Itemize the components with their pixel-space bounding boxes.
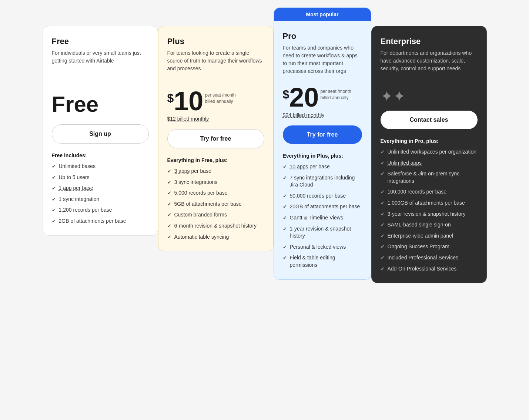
list-item: ✔50,000 records per base: [283, 192, 362, 200]
list-item: ✔3 sync integrations: [167, 179, 264, 186]
feature-list-enterprise: ✔Unlimited workspaces per organization ✔…: [381, 148, 478, 272]
check-icon: ✔: [283, 226, 287, 232]
list-item: ✔Unlimited apps: [381, 159, 478, 167]
check-icon: ✔: [167, 223, 171, 229]
plan-description-plus: For teams looking to create a single sou…: [167, 49, 264, 79]
try-free-button-pro[interactable]: Try for free: [283, 125, 362, 144]
billed-monthly-plus: $12 billed monthly: [167, 116, 264, 122]
plan-name-pro: Pro: [283, 31, 362, 41]
price-info-plus: per seat /monthbilled annually: [203, 88, 235, 105]
check-icon: ✔: [381, 243, 385, 250]
check-icon: ✔: [283, 255, 287, 261]
list-item: ✔Automatic table syncing: [167, 233, 264, 241]
check-icon: ✔: [381, 266, 385, 272]
check-icon: ✔: [52, 196, 56, 203]
list-item: ✔7 sync integrations including Jira Clou…: [283, 174, 362, 189]
plan-card-enterprise: Enterprise For departments and organizat…: [371, 26, 487, 283]
list-item: ✔Ongoing Success Program: [381, 243, 478, 251]
list-item: ✔3 apps per base: [167, 168, 264, 175]
try-free-button-plus[interactable]: Try for free: [167, 129, 264, 148]
list-item: ✔Enterprise-wide admin panel: [381, 232, 478, 240]
check-icon: ✔: [167, 201, 171, 208]
most-popular-badge: Most popular: [274, 8, 371, 21]
list-item: ✔Salesforce & Jira on-prem sync integrat…: [381, 170, 478, 185]
list-item: ✔6-month revision & snapshot history: [167, 222, 264, 230]
list-item: ✔SAML-based single sign-on: [381, 221, 478, 229]
plan-description-free: For individuals or very small teams just…: [52, 49, 149, 79]
check-icon: ✔: [283, 164, 287, 170]
list-item: ✔5GB of attachments per base: [167, 201, 264, 208]
check-icon: ✔: [167, 179, 171, 186]
check-icon: ✔: [283, 193, 287, 199]
list-item: ✔Up to 5 users: [52, 174, 149, 181]
check-icon: ✔: [283, 175, 287, 181]
check-icon: ✔: [52, 185, 56, 192]
plan-name-free: Free: [52, 37, 149, 46]
list-item: ✔1 sync integration: [52, 196, 149, 203]
list-item: ✔Add-On Professional Services: [381, 265, 478, 273]
signup-button[interactable]: Sign up: [52, 124, 149, 144]
price-row-plus: $ 10 per seat /monthbilled annually: [167, 88, 264, 114]
list-item: ✔Unlimited workspaces per organization: [381, 148, 478, 156]
list-item: ✔1-year revision & snapshot history: [283, 225, 362, 240]
feature-list-pro: ✔10 apps per base ✔7 sync integrations i…: [283, 163, 362, 269]
check-icon: ✔: [167, 212, 171, 218]
check-icon: ✔: [381, 211, 385, 218]
check-icon: ✔: [283, 204, 287, 210]
pricing-container: Free For individuals or very small teams…: [43, 7, 487, 283]
dollar-sign-pro: $: [283, 88, 289, 101]
feature-list-plus: ✔3 apps per base ✔3 sync integrations ✔5…: [167, 168, 264, 241]
features-label-pro: Everything in Plus, plus:: [283, 153, 362, 159]
price-info-pro: per seat /monthbilled annually: [319, 84, 351, 101]
list-item: ✔Field & table editing permissions: [283, 254, 362, 269]
check-icon: ✔: [283, 215, 287, 221]
features-label-free: Free includes:: [52, 152, 149, 158]
list-item: ✔Included Professional Services: [381, 254, 478, 262]
features-label-plus: Everything in Free, plus:: [167, 157, 264, 163]
list-item: ✔1,200 records per base: [52, 206, 149, 214]
check-icon: ✔: [381, 222, 385, 228]
list-item: ✔20GB of attachments per base: [283, 203, 362, 211]
check-icon: ✔: [52, 207, 56, 214]
plan-card-plus: Plus For teams looking to create a singl…: [158, 26, 274, 251]
check-icon: ✔: [381, 200, 385, 206]
list-item: ✔10 apps per base: [283, 163, 362, 171]
price-num-pro: 20: [289, 84, 319, 111]
check-icon: ✔: [52, 218, 56, 225]
sparkle-icon: ✦✦: [381, 88, 478, 105]
plan-card-free: Free For individuals or very small teams…: [43, 26, 158, 236]
check-icon: ✔: [381, 160, 385, 167]
plan-description-pro: For teams and companies who need to crea…: [283, 44, 362, 75]
list-item: ✔2GB of attachments per base: [52, 218, 149, 225]
price-num-plus: 10: [174, 88, 203, 114]
billed-monthly-pro: $24 billed monthly: [283, 112, 362, 118]
list-item: ✔Custom branded forms: [167, 211, 264, 219]
list-item: ✔Unlimited bases: [52, 163, 149, 170]
plan-card-pro: Most popular Pro For teams and companies…: [274, 7, 371, 280]
list-item: ✔Gantt & Timeline Views: [283, 214, 362, 222]
check-icon: ✔: [52, 174, 56, 181]
plan-name-enterprise: Enterprise: [381, 37, 478, 46]
check-icon: ✔: [381, 171, 385, 177]
features-label-enterprise: Everything in Pro, plus:: [381, 138, 478, 144]
plan-price-free: Free: [52, 91, 149, 117]
list-item: ✔1 app per base: [52, 185, 149, 192]
check-icon: ✔: [381, 189, 385, 195]
check-icon: ✔: [167, 168, 171, 175]
check-icon: ✔: [381, 233, 385, 239]
feature-list-free: ✔Unlimited bases ✔Up to 5 users ✔1 app p…: [52, 163, 149, 225]
list-item: ✔3-year revision & snapshot history: [381, 211, 478, 218]
check-icon: ✔: [381, 149, 385, 155]
plan-description-enterprise: For departments and organizations who ha…: [381, 49, 478, 79]
list-item: ✔1,000GB of attachments per base: [381, 199, 478, 207]
list-item: ✔Personal & locked views: [283, 243, 362, 251]
dollar-sign-plus: $: [167, 91, 174, 105]
check-icon: ✔: [167, 234, 171, 241]
pro-content: Pro For teams and companies who need to …: [274, 21, 371, 279]
list-item: ✔100,000 records per base: [381, 188, 478, 196]
list-item: ✔5,000 records per base: [167, 189, 264, 197]
check-icon: ✔: [381, 255, 385, 261]
check-icon: ✔: [52, 163, 56, 170]
check-icon: ✔: [167, 190, 171, 196]
contact-sales-button[interactable]: Contact sales: [381, 111, 478, 129]
